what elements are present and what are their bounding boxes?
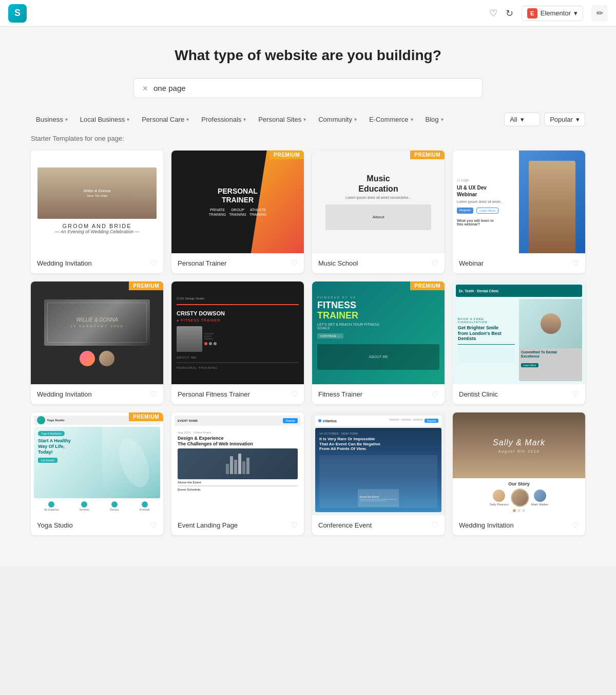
template-name: Wedding Invitation	[459, 521, 514, 529]
navbar-right: ♡ ↻ E Elementor ▾ ✏	[489, 5, 608, 22]
filter-local-business[interactable]: Local Business ▾	[75, 113, 134, 126]
template-footer: Wedding Invitation ♡	[453, 515, 585, 535]
template-card[interactable]: Sally & Mark August 8th 2020 Our Story S…	[453, 412, 585, 535]
template-thumbnail: Willie & DonnaSave The Date GROOM AND BR…	[31, 151, 163, 253]
template-card[interactable]: vVantus Register 14 OCTOBER · NEW YORK I…	[312, 412, 445, 535]
search-bar: ✕	[133, 78, 483, 98]
filter-community[interactable]: Community ▾	[313, 113, 362, 126]
template-name: Wedding Invitation	[37, 259, 92, 267]
premium-badge: PREMIUM	[270, 151, 304, 159]
template-thumbnail: EVENT NAME Register Aug 2021 · Online Ev…	[171, 412, 304, 515]
template-name: Personal Fitness Trainer	[178, 390, 250, 398]
favorites-icon[interactable]: ♡	[489, 8, 497, 19]
chevron-down-icon: ▾	[521, 116, 524, 123]
template-card[interactable]: ⟨⟩ GG Design Studio CRISTY DOWSON ● Fitn…	[171, 281, 304, 404]
chevron-down-icon: ▾	[243, 117, 246, 122]
template-card[interactable]: PREMIUM MusicEducation Lorem ipsum dolor…	[312, 151, 445, 273]
template-name: Event Landing Page	[178, 521, 238, 529]
template-footer: Personal Fitness Trainer ♡	[171, 384, 304, 404]
clear-search-icon[interactable]: ✕	[142, 84, 148, 92]
template-name: Personal Trainer	[178, 259, 226, 267]
template-footer: Yoga Studio ♡	[31, 515, 163, 535]
navbar: S ♡ ↻ E Elementor ▾ ✏	[0, 0, 616, 27]
template-card[interactable]: ⟨⟩ Logo UI & UX DevWebinar Lorem ipsum d…	[453, 151, 585, 273]
chevron-down-icon: ▾	[354, 117, 357, 122]
template-footer: Wedding Invitation ♡	[31, 384, 163, 404]
template-footer: Music School ♡	[312, 253, 445, 273]
refresh-icon[interactable]: ↻	[506, 8, 513, 19]
template-footer: Dentist Clinic ♡	[453, 384, 585, 404]
template-name: Music School	[318, 259, 358, 267]
premium-badge: PREMIUM	[410, 281, 445, 290]
sort-filters: All ▾ Popular ▾	[504, 112, 585, 126]
template-thumbnail: vVantus Register 14 OCTOBER · NEW YORK I…	[312, 412, 445, 515]
favorite-icon[interactable]: ♡	[572, 389, 579, 399]
filter-blog[interactable]: Blog ▾	[420, 113, 449, 126]
premium-badge: PREMIUM	[129, 281, 163, 290]
favorite-icon[interactable]: ♡	[572, 258, 579, 268]
premium-badge: PREMIUM	[410, 151, 445, 159]
favorite-icon[interactable]: ♡	[291, 258, 298, 268]
template-name: Wedding Invitation	[37, 390, 92, 398]
elementor-dropdown[interactable]: E Elementor ▾	[522, 6, 583, 21]
favorite-icon[interactable]: ♡	[291, 520, 298, 530]
template-name: Fitness Trainer	[318, 390, 362, 398]
template-name: Webinar	[459, 259, 484, 267]
template-card[interactable]: PREMIUM WILLIE & DONNA14 FEBRUARY 2020 P…	[31, 281, 163, 404]
chevron-down-icon: ▾	[574, 9, 578, 17]
template-footer: Wedding Invitation ♡	[31, 253, 163, 273]
chevron-down-icon: ▾	[186, 117, 189, 122]
template-thumbnail: PREMIUM Yoga Studio Menu items Yoga & Me…	[31, 412, 163, 515]
favorite-icon[interactable]: ♡	[431, 520, 438, 530]
template-card[interactable]: EVENT NAME Register Aug 2021 · Online Ev…	[171, 412, 304, 535]
chevron-down-icon: ▾	[127, 117, 129, 122]
elementor-label: Elementor	[541, 9, 571, 17]
page-title: What type of website are you building?	[31, 47, 585, 64]
favorite-icon[interactable]: ♡	[431, 389, 438, 399]
favorite-icon[interactable]: ♡	[150, 258, 157, 268]
category-filters: Business ▾ Local Business ▾ Personal Car…	[31, 113, 449, 126]
all-select[interactable]: All ▾	[504, 112, 540, 126]
template-footer: Conference Event ♡	[312, 515, 445, 535]
favorite-icon[interactable]: ♡	[150, 389, 157, 399]
elementor-logo: E	[527, 8, 537, 18]
app-logo[interactable]: S	[8, 4, 27, 23]
filter-personal-care[interactable]: Personal Care ▾	[137, 113, 194, 126]
templates-label: Starter Templates for one page:	[31, 135, 585, 142]
popular-select[interactable]: Popular ▾	[544, 112, 585, 126]
template-card[interactable]: Willie & DonnaSave The Date GROOM AND BR…	[31, 151, 163, 273]
premium-badge: PREMIUM	[129, 412, 163, 421]
template-footer: Fitness Trainer ♡	[312, 384, 445, 404]
template-thumbnail: PREMIUM POWERED BY VK FITNESSTRAINER LET…	[312, 281, 445, 384]
favorite-icon[interactable]: ♡	[572, 520, 579, 530]
favorite-icon[interactable]: ♡	[431, 258, 438, 268]
template-card[interactable]: Dr. Teeth · Dental Clinic Book a Free Co…	[453, 281, 585, 404]
main-content: What type of website are you building? ✕…	[0, 27, 616, 566]
template-thumbnail: ⟨⟩ Logo UI & UX DevWebinar Lorem ipsum d…	[453, 151, 585, 253]
favorite-icon[interactable]: ♡	[150, 520, 157, 530]
search-input[interactable]	[153, 84, 474, 92]
chevron-down-icon: ▾	[65, 117, 68, 122]
template-thumbnail: PREMIUM MusicEducation Lorem ipsum dolor…	[312, 151, 445, 253]
template-name: Yoga Studio	[37, 521, 73, 529]
template-thumbnail: PERSONALTRAINERPRIVATETRAININGGROUPTRAIN…	[171, 151, 304, 253]
template-card[interactable]: PREMIUM POWERED BY VK FITNESSTRAINER LET…	[312, 281, 445, 404]
filter-personal-sites[interactable]: Personal Sites ▾	[253, 113, 311, 126]
edit-icon[interactable]: ✏	[591, 5, 608, 22]
template-footer: Webinar ♡	[453, 253, 585, 273]
chevron-down-icon: ▾	[576, 116, 580, 123]
template-card[interactable]: PREMIUM Yoga Studio Menu items Yoga & Me…	[31, 412, 163, 535]
chevron-down-icon: ▾	[303, 117, 306, 122]
template-thumbnail: Sally & Mark August 8th 2020 Our Story S…	[453, 412, 585, 515]
template-grid: Willie & DonnaSave The Date GROOM AND BR…	[31, 151, 585, 535]
filter-business[interactable]: Business ▾	[31, 113, 73, 126]
filter-professionals[interactable]: Professionals ▾	[196, 113, 251, 126]
template-card[interactable]: PERSONALTRAINERPRIVATETRAININGGROUPTRAIN…	[171, 151, 304, 273]
filter-ecommerce[interactable]: E-Commerce ▾	[364, 113, 418, 126]
favorite-icon[interactable]: ♡	[291, 389, 298, 399]
chevron-down-icon: ▾	[441, 117, 444, 122]
chevron-down-icon: ▾	[411, 117, 413, 122]
template-footer: Personal Trainer ♡	[171, 253, 304, 273]
filter-bar: Business ▾ Local Business ▾ Personal Car…	[31, 112, 585, 126]
template-thumbnail: PREMIUM WILLIE & DONNA14 FEBRUARY 2020 P…	[31, 281, 163, 384]
